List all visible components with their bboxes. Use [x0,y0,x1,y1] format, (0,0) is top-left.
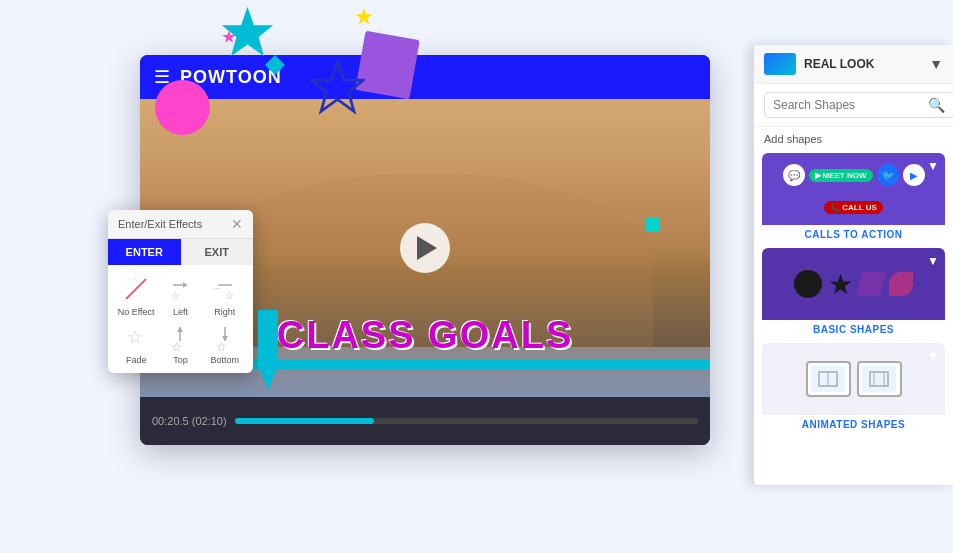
svg-marker-0 [222,7,273,57]
real-look-label: REAL LOOK [804,57,921,71]
shapes-search-bar: 🔍 [754,84,953,127]
cursor-icon: ↗ [902,163,915,182]
left-effect-icon: ☆ [162,273,198,305]
play-icon [417,236,437,260]
editor-topbar: ☰ Powtoon [140,55,710,99]
fade-effect-label: Fade [126,355,147,365]
effect-no-effect[interactable]: No Effect [116,273,156,317]
svg-text:→: → [212,283,221,293]
svg-marker-3 [183,282,187,288]
svg-text:☆: ☆ [171,290,180,301]
teal-accent-rect [646,218,660,232]
effects-panel: Enter/Exit Effects ✕ ENTER EXIT No Effec… [108,210,253,373]
category-arrow-icon: ▼ [927,159,939,173]
category-cta-label: CALLS TO ACTION [762,225,945,244]
add-shapes-label: Add shapes [754,127,953,149]
search-icon[interactable]: 🔍 [928,97,945,113]
no-effect-label: No Effect [118,307,155,317]
tablet-screen [811,366,845,392]
effects-tabs: ENTER EXIT [108,239,253,265]
decorative-star-outline [310,60,365,115]
cta-badge-twitter: 🐦 [877,164,899,186]
timeline-timestamp: 00:20.5 (02:10) [152,415,227,427]
basic-category-arrow-icon: ▼ [927,254,939,268]
basic-circle-shape [794,270,822,298]
cta-preview: 💬 ▶MEET NOW 🐦 ▶ 📞CALL US ↗ [762,153,945,225]
animated-shapes-preview [762,343,945,415]
dropdown-arrow-icon[interactable]: ▼ [929,56,943,72]
effects-panel-header: Enter/Exit Effects ✕ [108,210,253,239]
category-basic-label: BASIC SHAPES [762,320,945,339]
svg-marker-10 [177,327,183,332]
svg-marker-1 [312,62,363,111]
cta-call-us-badge: 📞CALL US [824,201,883,214]
play-button[interactable] [400,223,450,273]
svg-text:☆: ☆ [171,340,182,351]
effect-fade[interactable]: ☆ Fade [116,321,156,365]
basic-blob-shape [889,272,913,296]
effects-close-button[interactable]: ✕ [231,216,243,232]
basic-star-shape: ★ [828,268,853,301]
right-effect-label: Right [214,307,235,317]
svg-rect-17 [870,372,888,386]
animated-category-arrow-icon: ▼ [927,349,939,363]
cta-meet-now-badge: ▶MEET NOW [809,169,873,182]
category-calls-to-action[interactable]: 💬 ▶MEET NOW 🐦 ▶ 📞CALL US ↗ ▼ CALLS TO AC… [762,153,945,244]
svg-text:☆: ☆ [225,290,234,301]
bottom-effect-label: Bottom [211,355,240,365]
svg-text:☆: ☆ [216,340,227,351]
real-look-thumbnail [764,53,796,75]
top-effect-label: Top [173,355,188,365]
animated-tablet-right [857,361,902,397]
effect-top[interactable]: ☆ Top [160,321,200,365]
cta-badge-chat: 💬 [783,164,805,186]
shapes-panel-topbar: REAL LOOK ▼ [754,45,953,84]
decorative-pink-blob [155,80,210,135]
right-effect-icon: ☆ → [207,273,243,305]
timeline-track[interactable] [235,418,698,424]
left-effect-label: Left [173,307,188,317]
shapes-search-input[interactable] [764,92,953,118]
effects-grid: No Effect ☆ Left ☆ → Right [108,265,253,373]
fade-effect-icon: ☆ [118,321,154,353]
effect-right[interactable]: ☆ → Right [205,273,245,317]
category-animated-label: ANIMATED SHAPES [762,415,945,434]
category-basic-shapes[interactable]: ★ ▼ BASIC SHAPES [762,248,945,339]
no-effect-icon [118,273,154,305]
category-animated-shapes[interactable]: ▼ ANIMATED SHAPES [762,343,945,434]
timeline-bar: 00:20.5 (02:10) [140,397,710,445]
animated-tablet-left [806,361,851,397]
tab-exit[interactable]: EXIT [181,239,254,265]
effects-panel-title: Enter/Exit Effects [118,218,202,230]
shapes-panel: REAL LOOK ▼ 🔍 Add shapes 💬 ▶MEET NOW 🐦 ▶… [753,45,953,485]
timeline-progress [235,418,374,424]
basic-rect-shape [856,272,886,296]
top-effect-icon: ☆ [162,321,198,353]
svg-text:☆: ☆ [127,327,143,347]
tablet-screen-right [862,366,896,392]
basic-shapes-preview: ★ [762,248,945,320]
tab-enter[interactable]: ENTER [108,239,181,265]
bottom-effect-icon: ☆ [207,321,243,353]
decorative-yellow-star [355,8,373,26]
effect-bottom[interactable]: ☆ Bottom [205,321,245,365]
effect-left[interactable]: ☆ Left [160,273,200,317]
